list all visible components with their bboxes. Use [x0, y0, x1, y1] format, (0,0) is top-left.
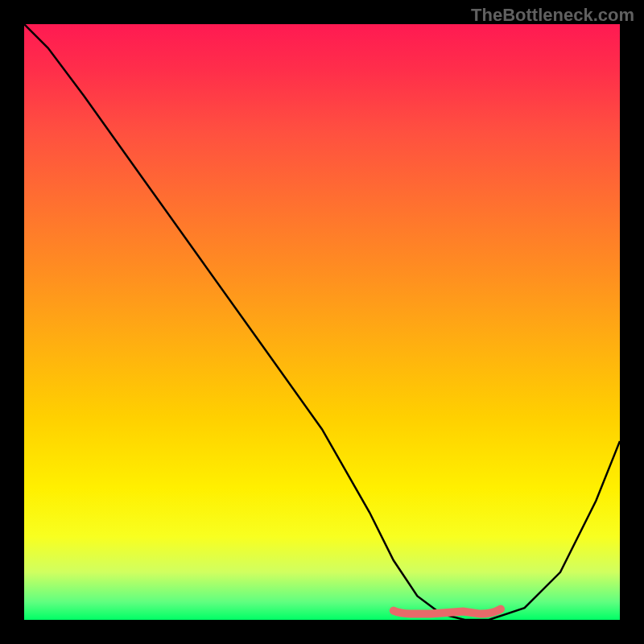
optimal-band-marker — [394, 609, 501, 614]
plot-area — [24, 24, 620, 620]
watermark-text: TheBottleneck.com — [471, 5, 634, 26]
chart-svg — [24, 24, 620, 620]
bottleneck-curve — [24, 24, 620, 620]
